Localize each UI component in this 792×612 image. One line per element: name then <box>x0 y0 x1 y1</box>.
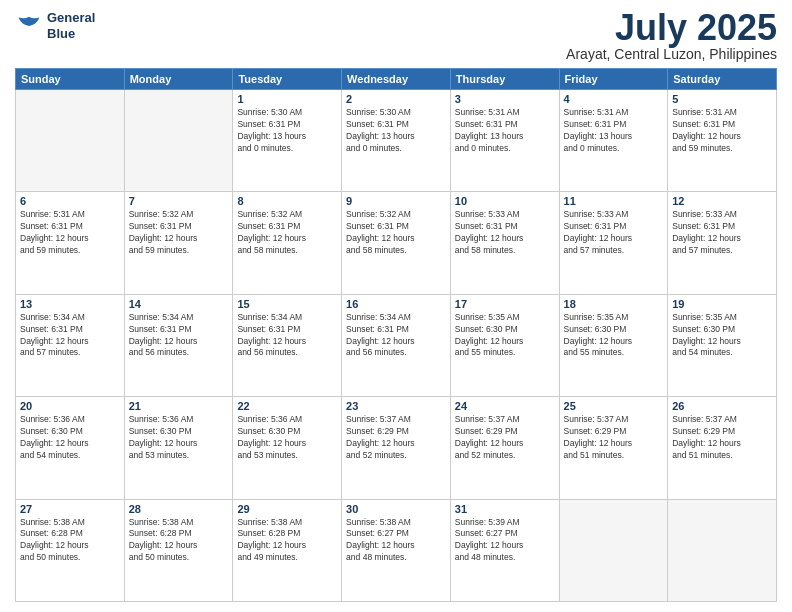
day-number: 25 <box>564 400 664 412</box>
cell-info: Sunrise: 5:36 AMSunset: 6:30 PMDaylight:… <box>20 414 120 462</box>
week-row-4: 20Sunrise: 5:36 AMSunset: 6:30 PMDayligh… <box>16 397 777 499</box>
cell-info: Sunrise: 5:31 AMSunset: 6:31 PMDaylight:… <box>20 209 120 257</box>
col-sunday: Sunday <box>16 69 125 90</box>
cell-w4-d6: 26Sunrise: 5:37 AMSunset: 6:29 PMDayligh… <box>668 397 777 499</box>
cell-info: Sunrise: 5:33 AMSunset: 6:31 PMDaylight:… <box>455 209 555 257</box>
week-row-2: 6Sunrise: 5:31 AMSunset: 6:31 PMDaylight… <box>16 192 777 294</box>
cell-w5-d6 <box>668 499 777 601</box>
cell-info: Sunrise: 5:38 AMSunset: 6:27 PMDaylight:… <box>346 517 446 565</box>
cell-info: Sunrise: 5:34 AMSunset: 6:31 PMDaylight:… <box>20 312 120 360</box>
cell-w2-d1: 7Sunrise: 5:32 AMSunset: 6:31 PMDaylight… <box>124 192 233 294</box>
col-wednesday: Wednesday <box>342 69 451 90</box>
title-section: July 2025 Arayat, Central Luzon, Philipp… <box>566 10 777 62</box>
cell-w2-d6: 12Sunrise: 5:33 AMSunset: 6:31 PMDayligh… <box>668 192 777 294</box>
day-number: 13 <box>20 298 120 310</box>
day-number: 28 <box>129 503 229 515</box>
day-number: 9 <box>346 195 446 207</box>
cell-info: Sunrise: 5:31 AMSunset: 6:31 PMDaylight:… <box>672 107 772 155</box>
cell-info: Sunrise: 5:34 AMSunset: 6:31 PMDaylight:… <box>346 312 446 360</box>
cell-info: Sunrise: 5:34 AMSunset: 6:31 PMDaylight:… <box>237 312 337 360</box>
logo: General Blue <box>15 10 95 41</box>
cell-info: Sunrise: 5:35 AMSunset: 6:30 PMDaylight:… <box>455 312 555 360</box>
day-number: 10 <box>455 195 555 207</box>
cell-info: Sunrise: 5:34 AMSunset: 6:31 PMDaylight:… <box>129 312 229 360</box>
day-number: 19 <box>672 298 772 310</box>
cell-w2-d4: 10Sunrise: 5:33 AMSunset: 6:31 PMDayligh… <box>450 192 559 294</box>
week-row-1: 1Sunrise: 5:30 AMSunset: 6:31 PMDaylight… <box>16 90 777 192</box>
day-number: 27 <box>20 503 120 515</box>
cell-w2-d2: 8Sunrise: 5:32 AMSunset: 6:31 PMDaylight… <box>233 192 342 294</box>
cell-w3-d2: 15Sunrise: 5:34 AMSunset: 6:31 PMDayligh… <box>233 294 342 396</box>
day-number: 20 <box>20 400 120 412</box>
cell-info: Sunrise: 5:32 AMSunset: 6:31 PMDaylight:… <box>237 209 337 257</box>
cell-info: Sunrise: 5:38 AMSunset: 6:28 PMDaylight:… <box>129 517 229 565</box>
cell-info: Sunrise: 5:33 AMSunset: 6:31 PMDaylight:… <box>672 209 772 257</box>
cell-info: Sunrise: 5:32 AMSunset: 6:31 PMDaylight:… <box>129 209 229 257</box>
day-number: 1 <box>237 93 337 105</box>
cell-w3-d6: 19Sunrise: 5:35 AMSunset: 6:30 PMDayligh… <box>668 294 777 396</box>
cell-w2-d3: 9Sunrise: 5:32 AMSunset: 6:31 PMDaylight… <box>342 192 451 294</box>
day-number: 29 <box>237 503 337 515</box>
cell-info: Sunrise: 5:37 AMSunset: 6:29 PMDaylight:… <box>564 414 664 462</box>
month-title: July 2025 <box>566 10 777 46</box>
col-saturday: Saturday <box>668 69 777 90</box>
cell-info: Sunrise: 5:36 AMSunset: 6:30 PMDaylight:… <box>129 414 229 462</box>
cell-info: Sunrise: 5:36 AMSunset: 6:30 PMDaylight:… <box>237 414 337 462</box>
cell-w5-d3: 30Sunrise: 5:38 AMSunset: 6:27 PMDayligh… <box>342 499 451 601</box>
cell-info: Sunrise: 5:31 AMSunset: 6:31 PMDaylight:… <box>564 107 664 155</box>
day-number: 14 <box>129 298 229 310</box>
cell-w4-d2: 22Sunrise: 5:36 AMSunset: 6:30 PMDayligh… <box>233 397 342 499</box>
day-number: 24 <box>455 400 555 412</box>
day-number: 23 <box>346 400 446 412</box>
cell-w4-d4: 24Sunrise: 5:37 AMSunset: 6:29 PMDayligh… <box>450 397 559 499</box>
cell-w1-d2: 1Sunrise: 5:30 AMSunset: 6:31 PMDaylight… <box>233 90 342 192</box>
cell-w4-d0: 20Sunrise: 5:36 AMSunset: 6:30 PMDayligh… <box>16 397 125 499</box>
day-number: 2 <box>346 93 446 105</box>
day-number: 16 <box>346 298 446 310</box>
cell-info: Sunrise: 5:37 AMSunset: 6:29 PMDaylight:… <box>455 414 555 462</box>
calendar-table: Sunday Monday Tuesday Wednesday Thursday… <box>15 68 777 602</box>
day-number: 4 <box>564 93 664 105</box>
cell-w1-d1 <box>124 90 233 192</box>
cell-w5-d2: 29Sunrise: 5:38 AMSunset: 6:28 PMDayligh… <box>233 499 342 601</box>
cell-info: Sunrise: 5:35 AMSunset: 6:30 PMDaylight:… <box>672 312 772 360</box>
cell-info: Sunrise: 5:30 AMSunset: 6:31 PMDaylight:… <box>346 107 446 155</box>
cell-w1-d4: 3Sunrise: 5:31 AMSunset: 6:31 PMDaylight… <box>450 90 559 192</box>
day-number: 7 <box>129 195 229 207</box>
cell-w3-d3: 16Sunrise: 5:34 AMSunset: 6:31 PMDayligh… <box>342 294 451 396</box>
day-number: 21 <box>129 400 229 412</box>
header: General Blue July 2025 Arayat, Central L… <box>15 10 777 62</box>
cell-w5-d4: 31Sunrise: 5:39 AMSunset: 6:27 PMDayligh… <box>450 499 559 601</box>
cell-w2-d0: 6Sunrise: 5:31 AMSunset: 6:31 PMDaylight… <box>16 192 125 294</box>
cell-w4-d3: 23Sunrise: 5:37 AMSunset: 6:29 PMDayligh… <box>342 397 451 499</box>
day-number: 6 <box>20 195 120 207</box>
cell-w1-d3: 2Sunrise: 5:30 AMSunset: 6:31 PMDaylight… <box>342 90 451 192</box>
day-number: 30 <box>346 503 446 515</box>
cell-w5-d1: 28Sunrise: 5:38 AMSunset: 6:28 PMDayligh… <box>124 499 233 601</box>
cell-w1-d6: 5Sunrise: 5:31 AMSunset: 6:31 PMDaylight… <box>668 90 777 192</box>
day-number: 22 <box>237 400 337 412</box>
cell-info: Sunrise: 5:33 AMSunset: 6:31 PMDaylight:… <box>564 209 664 257</box>
location-title: Arayat, Central Luzon, Philippines <box>566 46 777 62</box>
day-number: 8 <box>237 195 337 207</box>
day-number: 3 <box>455 93 555 105</box>
cell-info: Sunrise: 5:38 AMSunset: 6:28 PMDaylight:… <box>237 517 337 565</box>
cell-w5-d5 <box>559 499 668 601</box>
cell-info: Sunrise: 5:31 AMSunset: 6:31 PMDaylight:… <box>455 107 555 155</box>
cell-info: Sunrise: 5:39 AMSunset: 6:27 PMDaylight:… <box>455 517 555 565</box>
col-tuesday: Tuesday <box>233 69 342 90</box>
cell-info: Sunrise: 5:37 AMSunset: 6:29 PMDaylight:… <box>672 414 772 462</box>
col-thursday: Thursday <box>450 69 559 90</box>
week-row-3: 13Sunrise: 5:34 AMSunset: 6:31 PMDayligh… <box>16 294 777 396</box>
cell-w2-d5: 11Sunrise: 5:33 AMSunset: 6:31 PMDayligh… <box>559 192 668 294</box>
cell-w3-d4: 17Sunrise: 5:35 AMSunset: 6:30 PMDayligh… <box>450 294 559 396</box>
logo-icon <box>15 12 43 40</box>
week-row-5: 27Sunrise: 5:38 AMSunset: 6:28 PMDayligh… <box>16 499 777 601</box>
day-number: 31 <box>455 503 555 515</box>
cell-w3-d0: 13Sunrise: 5:34 AMSunset: 6:31 PMDayligh… <box>16 294 125 396</box>
cell-info: Sunrise: 5:37 AMSunset: 6:29 PMDaylight:… <box>346 414 446 462</box>
calendar-header-row: Sunday Monday Tuesday Wednesday Thursday… <box>16 69 777 90</box>
cell-w3-d5: 18Sunrise: 5:35 AMSunset: 6:30 PMDayligh… <box>559 294 668 396</box>
day-number: 17 <box>455 298 555 310</box>
day-number: 12 <box>672 195 772 207</box>
